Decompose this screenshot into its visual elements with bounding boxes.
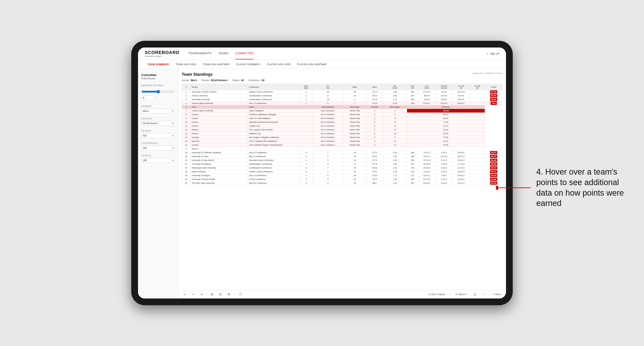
points-19[interactable]: 88.70: [485, 155, 502, 159]
rank-18: 18: [182, 151, 190, 155]
expand-button[interactable]: ⤢: [482, 292, 487, 297]
low-20: 97-23-2: [418, 159, 435, 162]
points-badge-18[interactable]: 88.07: [490, 151, 498, 154]
col-rnds: Rnds: [343, 84, 366, 90]
filter-gender-label: Gender:: [182, 79, 190, 82]
comment-button[interactable]: 💬: [472, 292, 478, 297]
filter-gender: Gender: Men's: [182, 79, 197, 82]
share-button[interactable]: ↗ Share: [490, 292, 503, 297]
tooltip-type-10: Stroke Play: [343, 120, 366, 124]
tooltip-num-15: 15: [182, 139, 190, 143]
points-24[interactable]: 80.54: [485, 174, 502, 177]
points-badge-23[interactable]: 80.71: [490, 170, 498, 173]
conf-21: Southeastern Conference: [248, 162, 300, 166]
points-badge-26[interactable]: 80.94: [490, 181, 498, 185]
filter-gender-value: Men's: [191, 79, 197, 82]
view-original-button[interactable]: ⊡ View: Original: [426, 292, 447, 297]
points-badge-3[interactable]: 90.20: [490, 98, 498, 101]
watch-button[interactable]: 👁 Watch ▾: [454, 292, 468, 297]
clock-button[interactable]: 🕐: [237, 292, 244, 297]
points-25[interactable]: 81.89: [485, 177, 502, 181]
low-1: 67-10-0: [418, 90, 435, 94]
points-badge-4[interactable]: 79.5: [490, 102, 497, 105]
vstop50-4: [470, 102, 485, 105]
undo-button[interactable]: ↩: [182, 292, 188, 297]
points-4[interactable]: 79.5: [485, 102, 502, 105]
sidebar-select-region[interactable]: N/A ▾: [141, 133, 175, 138]
points-20[interactable]: 88.49: [485, 159, 502, 162]
points-26[interactable]: 80.94: [485, 181, 502, 185]
tooltip-points-10: 74.91: [407, 120, 485, 124]
sidebar-gender-value: Men's: [143, 110, 149, 112]
watch-icon: 👁: [455, 293, 458, 296]
logo: SCOREBOARD: [145, 50, 179, 55]
nav-tournaments[interactable]: TOURNAMENTS: [188, 48, 212, 59]
points-badge-21[interactable]: 88.48: [490, 163, 498, 166]
col-conference: Conference: [248, 84, 300, 90]
adj-24: 1.17: [383, 174, 407, 177]
notour-26: 6: [313, 181, 343, 185]
copy-button[interactable]: ⊞: [209, 292, 215, 297]
tooltip-event-7: Cabo Collegiate: [248, 109, 313, 113]
sidebar-division: Division NCAA Division I ▾: [141, 117, 175, 126]
tooltip-num-13: 13: [182, 132, 190, 136]
points-badge-1[interactable]: 97.02: [490, 90, 498, 93]
points-badge-24[interactable]: 80.54: [490, 174, 498, 177]
sidebar-select-division[interactable]: NCAA Division I ▾: [141, 121, 175, 126]
tooltip-rank-7: -1: [383, 109, 407, 113]
vstop25-19: 29-27-2: [452, 155, 470, 159]
nav-teams[interactable]: TEAMS: [218, 48, 229, 59]
notour-4: 5: [313, 102, 343, 105]
points-22[interactable]: 83.81: [485, 166, 502, 170]
points-badge-2[interactable]: 93.31: [490, 94, 498, 97]
overall-22: 4-16-0: [435, 166, 452, 170]
paste-button[interactable]: ⊟: [218, 292, 224, 297]
sidebar-input-min-rounds[interactable]: [141, 95, 155, 100]
table-row: 19 University of Texas Big 12 Conference…: [182, 155, 503, 159]
settings-button[interactable]: ⚙: [226, 292, 232, 297]
redo-button[interactable]: ↪: [190, 292, 196, 297]
nav-committee[interactable]: COMMITTEE: [236, 48, 254, 59]
chevron-down-icon-2: ▾: [172, 122, 173, 125]
school-2: Auburn University: [190, 94, 248, 98]
sidebar-school: School (All) ▾: [141, 154, 175, 163]
points-2[interactable]: 93.31: [485, 94, 502, 98]
subnav-player-summary[interactable]: PLAYER SUMMARY: [233, 61, 263, 68]
points-badge-20[interactable]: 88.49: [490, 159, 498, 162]
points-3[interactable]: 90.20: [485, 98, 502, 102]
sidebar-select-conference[interactable]: (All) ▾: [141, 146, 175, 150]
subnav-team-summary[interactable]: TEAM SUMMARY: [145, 61, 172, 68]
conf-4: Pac-12 Conference: [248, 102, 300, 105]
sidebar-select-gender[interactable]: Men's ▾: [141, 109, 175, 113]
subnav-player-h2h-heatmap[interactable]: PLAYER H2H HEATMAP: [294, 61, 330, 68]
table-row: 23 Duke University Atlantic Coast Confer…: [182, 170, 503, 174]
subnav-player-h2h-grid[interactable]: PLAYER H2H GRID: [264, 61, 294, 68]
settings-icon: ⚙: [228, 293, 230, 296]
overall-19: 13-23-2: [435, 155, 452, 159]
adj-22: 1.32: [383, 166, 407, 170]
tooltip-rank-8: -1: [383, 113, 407, 117]
points-21[interactable]: 88.48: [485, 162, 502, 166]
points-badge-22[interactable]: 83.81: [490, 166, 498, 170]
sidebar-select-school[interactable]: (All) ▾: [141, 158, 175, 163]
sidebar-slider-min-rounds[interactable]: [141, 89, 175, 95]
vstop50-19: [470, 155, 485, 159]
points-18[interactable]: 88.07: [485, 151, 502, 155]
adj-26: 1.22: [383, 181, 407, 185]
points-1[interactable]: 97.02: [485, 90, 502, 94]
forward-button[interactable]: ⇥: [198, 292, 204, 297]
col-avg-sg: Avg.SG: [407, 84, 418, 90]
points-badge-25[interactable]: 81.89: [490, 178, 498, 181]
tooltip-team-8: Univers: [190, 113, 248, 117]
subnav-team-h2h-grid[interactable]: TEAM H2H GRID: [173, 61, 199, 68]
points-badge-19[interactable]: 88.70: [490, 155, 498, 158]
adj-4: 2.50: [383, 102, 407, 105]
tooltip-points-15: 43.01: [407, 139, 485, 143]
col-conf-rank: ConfRank: [300, 84, 313, 90]
signout-link[interactable]: Sign out: [490, 52, 499, 55]
rank-3: 3: [182, 98, 190, 102]
table-row-highlighted: 4 Arizona State University Pac-12 Confer…: [182, 102, 503, 105]
subnav-team-h2h-heatmap[interactable]: TEAM H2H HEATMAP: [200, 61, 232, 68]
sidebar-header: Committee: [141, 73, 175, 77]
points-23[interactable]: 80.71: [485, 170, 502, 174]
